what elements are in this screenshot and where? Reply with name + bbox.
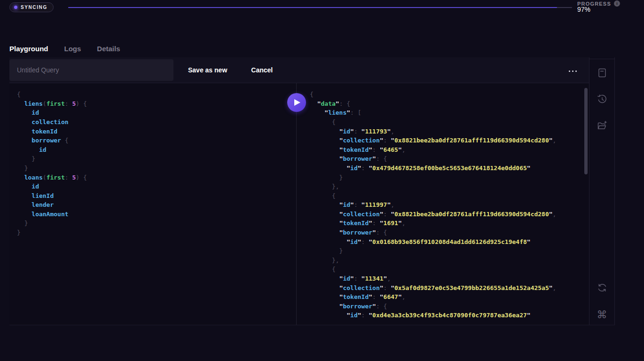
code-line: } xyxy=(310,173,584,182)
query-name-input[interactable] xyxy=(9,59,173,81)
code-line: "id": "11341", xyxy=(310,274,584,283)
code-line: { xyxy=(310,90,584,99)
save-as-new-button[interactable]: Save as new xyxy=(188,66,227,74)
keyboard-shortcuts-icon[interactable]: ⌘ xyxy=(596,309,608,321)
tab-playground[interactable]: Playground xyxy=(9,45,48,55)
code-line: }, xyxy=(310,182,584,191)
code-line: loanAmount xyxy=(17,210,291,219)
code-line: borrower { xyxy=(17,136,291,145)
play-icon xyxy=(294,99,301,106)
code-line: "liens": [ xyxy=(310,108,584,118)
code-line: { xyxy=(310,265,584,274)
code-line: "borrower": { xyxy=(310,228,584,237)
editor-area: { liens(first: 5) { id collection tokenI… xyxy=(9,83,589,325)
code-line: "id": "111997", xyxy=(310,200,584,210)
sync-status-badge: SYNCING xyxy=(9,2,54,12)
code-line: } xyxy=(17,164,291,173)
code-line: "collection": "0x8821bee2ba0df28761afff1… xyxy=(310,136,584,145)
code-line: } xyxy=(17,219,291,228)
playground-panel: Save as new Cancel { liens(first: 5) { i… xyxy=(9,57,615,325)
code-line: } xyxy=(310,246,584,256)
history-icon[interactable] xyxy=(596,93,608,105)
code-line: "id": "0x0168b93e856f910208d4ad1dd6126d9… xyxy=(310,237,584,247)
code-line: liens(first: 5) { xyxy=(17,99,291,109)
code-line: lienId xyxy=(17,191,291,201)
query-toolbar: Save as new Cancel xyxy=(9,57,589,83)
code-line: } xyxy=(17,228,291,237)
code-line: collection xyxy=(17,118,291,127)
execute-query-button[interactable] xyxy=(287,93,306,112)
code-line: } xyxy=(17,154,291,164)
code-line: "id": "0x479d4678258ef00be5c5653e6764181… xyxy=(310,164,584,173)
code-line: { xyxy=(310,118,584,127)
tab-logs[interactable]: Logs xyxy=(64,45,81,55)
response-viewer-code: { "data": { "liens": [ { "id": "111793",… xyxy=(297,83,589,325)
code-line: "id": "111793", xyxy=(310,127,584,136)
code-line: }, xyxy=(310,256,584,265)
code-line: "collection": "0x5af0d9827e0c53e4799bb22… xyxy=(310,283,584,293)
code-line: id xyxy=(17,108,291,118)
more-options-button[interactable] xyxy=(567,69,579,74)
progress-fill xyxy=(68,7,557,8)
code-line: "tokenId": "6647", xyxy=(310,292,584,302)
code-line: "borrower": { xyxy=(310,302,584,311)
code-line: "tokenId": "6465", xyxy=(310,145,584,155)
response-scrollbar-thumb[interactable] xyxy=(584,88,588,174)
docs-icon[interactable] xyxy=(596,67,608,79)
progress-value: 97% xyxy=(577,6,590,13)
query-editor-code[interactable]: { liens(first: 5) { id collection tokenI… xyxy=(9,83,297,325)
code-line: { xyxy=(17,90,291,99)
code-line: { xyxy=(310,191,584,201)
code-line: lender xyxy=(17,200,291,210)
add-collection-icon[interactable] xyxy=(596,119,608,132)
sync-status-label: SYNCING xyxy=(21,5,47,10)
info-icon[interactable]: i xyxy=(614,0,620,7)
plugin-rail: ⌘ xyxy=(589,57,615,325)
tab-details[interactable]: Details xyxy=(97,45,120,55)
code-line: "collection": "0x8821bee2ba0df28761afff1… xyxy=(310,210,584,219)
code-line: "data": { xyxy=(310,99,584,109)
refetch-schema-icon[interactable] xyxy=(596,282,608,294)
code-line: tokenId xyxy=(17,127,291,136)
sync-status-dot-icon xyxy=(14,6,17,9)
code-line: "tokenId": "1691", xyxy=(310,219,584,228)
sync-progress-bar xyxy=(68,7,572,8)
code-line: loans(first: 5) { xyxy=(17,173,291,182)
code-line: "id": "0xd4e3a3cb39c4f93cb4c87090f0c7978… xyxy=(310,311,584,320)
cancel-button[interactable]: Cancel xyxy=(251,66,273,74)
code-line: "borrower": { xyxy=(310,154,584,164)
code-line: id xyxy=(17,182,291,191)
code-line: id xyxy=(17,145,291,155)
